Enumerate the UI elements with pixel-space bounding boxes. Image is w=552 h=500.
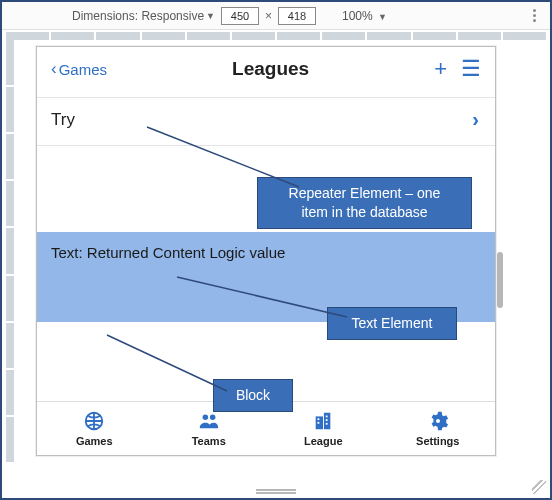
ruler-horizontal: [6, 32, 546, 40]
svg-line-13: [107, 335, 227, 391]
chevron-down-icon[interactable]: ▼: [206, 11, 215, 21]
menu-icon[interactable]: ☰: [461, 58, 481, 80]
svg-rect-9: [326, 423, 328, 425]
device-frame: ‹ Games Leagues + ☰ Try › Text: Returned…: [36, 46, 496, 456]
svg-rect-6: [318, 422, 320, 424]
scrollbar-thumb[interactable]: [497, 252, 503, 308]
dimension-separator: ×: [265, 9, 272, 23]
chevron-left-icon: ‹: [51, 59, 57, 79]
devtools-toolbar: Dimensions: Responsive ▼ × 100% ▼: [2, 2, 550, 30]
tab-games[interactable]: Games: [37, 402, 152, 455]
resize-grip-bottom[interactable]: [256, 488, 296, 494]
building-icon: [312, 410, 334, 432]
viewport-width-input[interactable]: [221, 7, 259, 25]
svg-rect-7: [326, 416, 328, 418]
svg-rect-8: [326, 419, 328, 421]
basketball-icon: [83, 410, 105, 432]
back-button[interactable]: ‹ Games: [51, 59, 107, 79]
list-item-label: Try: [51, 110, 75, 130]
tab-label: Teams: [192, 435, 226, 447]
svg-rect-5: [318, 418, 320, 420]
svg-point-10: [436, 419, 440, 423]
text-element[interactable]: Text: Returned Content Logic value: [51, 244, 285, 261]
text-label-value: : Returned Content Logic value: [79, 244, 286, 261]
tab-teams[interactable]: Teams: [152, 402, 267, 455]
block-element[interactable]: Text: Returned Content Logic value: [37, 232, 495, 322]
viewport-height-input[interactable]: [278, 7, 316, 25]
tab-league[interactable]: League: [266, 402, 381, 455]
chevron-down-icon: ▼: [378, 12, 387, 22]
ruler-vertical: [6, 40, 14, 462]
back-label: Games: [59, 61, 107, 78]
responsive-mode[interactable]: Responsive: [141, 9, 204, 23]
tab-settings[interactable]: Settings: [381, 402, 496, 455]
dimensions-label: Dimensions:: [72, 9, 138, 23]
tab-label: League: [304, 435, 343, 447]
page-title: Leagues: [107, 58, 434, 80]
tab-bar: Games Teams: [37, 401, 495, 455]
callout-repeater: Repeater Element – one item in the datab…: [257, 177, 472, 229]
gear-icon: [427, 410, 449, 432]
kebab-menu-icon[interactable]: [529, 7, 540, 24]
svg-point-2: [210, 415, 216, 421]
zoom-level[interactable]: 100% ▼: [342, 9, 393, 23]
tab-label: Games: [76, 435, 113, 447]
svg-point-1: [202, 415, 208, 421]
resize-grip-corner[interactable]: [532, 480, 546, 494]
add-icon[interactable]: +: [434, 58, 447, 80]
text-label-prefix: Text: [51, 244, 79, 261]
list-item[interactable]: Try ›: [37, 98, 495, 146]
tab-label: Settings: [416, 435, 459, 447]
app-header: ‹ Games Leagues + ☰: [37, 47, 495, 91]
people-icon: [198, 410, 220, 432]
chevron-right-icon: ›: [472, 108, 479, 131]
